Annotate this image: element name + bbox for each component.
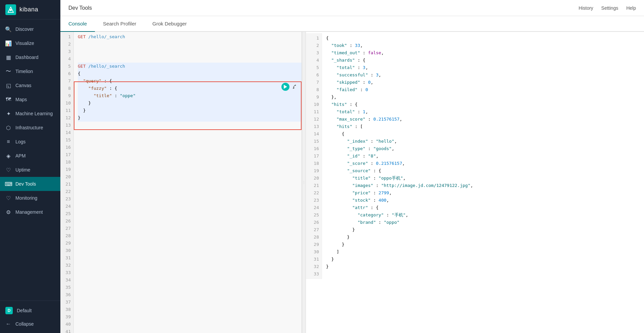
canvas-icon: ◱ bbox=[5, 82, 11, 88]
sidebar-item-dashboard[interactable]: ▦ Dashboard bbox=[0, 50, 60, 64]
editor-line-num-41: 41 bbox=[63, 328, 71, 333]
output-line-num-19: 19 bbox=[309, 167, 319, 175]
sidebar-item-apm[interactable]: ◈ APM bbox=[0, 149, 60, 163]
output-line-24: "attr" : { bbox=[326, 204, 644, 211]
editor-line-33 bbox=[78, 269, 302, 276]
sidebar-item-dev-tools[interactable]: ⌨ Dev Tools bbox=[0, 177, 60, 191]
output-line-26: "brand" : "oppo" bbox=[326, 219, 644, 226]
output-line-num-26: 26 bbox=[309, 219, 319, 226]
editor-line-num-10: 10 bbox=[63, 99, 71, 107]
editor-line-16 bbox=[78, 144, 302, 151]
editor-line-num-30: 30 bbox=[63, 247, 71, 254]
sidebar-item-collapse[interactable]: ← Collapse bbox=[0, 318, 60, 330]
editor-line-5: GET /hello/_search bbox=[78, 63, 302, 70]
output-line-9: }, bbox=[326, 93, 644, 101]
tab-console[interactable]: Console bbox=[60, 16, 95, 32]
output-line-num-30: 30 bbox=[309, 248, 319, 256]
sidebar-item-discover[interactable]: 🔍 Discover bbox=[0, 22, 60, 36]
sidebar-label-maps: Maps bbox=[15, 97, 27, 102]
sidebar-bottom: D Default ← Collapse bbox=[0, 301, 60, 333]
editor-line-num-17: 17 bbox=[63, 151, 71, 158]
kibana-icon bbox=[5, 4, 16, 15]
editor-line-num-39: 39 bbox=[63, 313, 71, 321]
help-button[interactable]: Help bbox=[626, 5, 636, 11]
output-line-num-16: 16 bbox=[309, 145, 319, 152]
discover-icon: 🔍 bbox=[5, 26, 11, 32]
editor-line-num-12: 12 bbox=[63, 114, 71, 122]
output-line-18: "_score" : 0.21576157, bbox=[326, 160, 644, 167]
editor-line-21 bbox=[78, 181, 302, 188]
sidebar-item-default[interactable]: D Default bbox=[0, 304, 60, 318]
output-panel[interactable]: 1234567891011121314151617181920212223242… bbox=[306, 32, 644, 333]
output-line-num-20: 20 bbox=[309, 175, 319, 182]
sidebar-label-logs: Logs bbox=[15, 139, 25, 144]
tab-grok-debugger[interactable]: Grok Debugger bbox=[144, 16, 195, 32]
sidebar-label-discover: Discover bbox=[15, 26, 34, 32]
sidebar-label-machine-learning: Machine Learning bbox=[15, 111, 53, 116]
sidebar-item-visualize[interactable]: 📊 Visualize bbox=[0, 36, 60, 50]
editor-line-29 bbox=[78, 240, 302, 247]
sidebar-item-machine-learning[interactable]: ✦ Machine Learning bbox=[0, 107, 60, 121]
editor-panel[interactable]: 1234567891011121314151617181920212223242… bbox=[60, 32, 302, 333]
sidebar-label-timelion: Timelion bbox=[15, 69, 33, 74]
editor-line-12: } bbox=[78, 114, 302, 122]
editor-scroll[interactable]: 1234567891011121314151617181920212223242… bbox=[60, 32, 302, 333]
output-line-num-3: 3 bbox=[309, 49, 319, 57]
output-line-num-2: 2 bbox=[309, 42, 319, 49]
editor-line-num-31: 31 bbox=[63, 254, 71, 262]
output-line-num-14: 14 bbox=[309, 130, 319, 138]
editor-line-1: GET /hello/_search bbox=[78, 33, 302, 41]
editor-line-4 bbox=[78, 55, 302, 63]
output-line-22: "price" : 2799, bbox=[326, 189, 644, 197]
editor-line-25 bbox=[78, 210, 302, 217]
editor-line-11: } bbox=[78, 107, 302, 114]
editor-line-13 bbox=[78, 122, 302, 129]
run-button[interactable] bbox=[281, 83, 289, 91]
tab-search-profiler[interactable]: Search Profiler bbox=[95, 16, 144, 32]
editor-line-num-38: 38 bbox=[63, 306, 71, 313]
sidebar-nav: 🔍 Discover 📊 Visualize ▦ Dashboard 〜 Tim… bbox=[0, 19, 60, 301]
output-line-30: ] bbox=[326, 248, 644, 256]
output-line-16: "_type" : "goods", bbox=[326, 145, 644, 152]
editor-line-num-32: 32 bbox=[63, 262, 71, 269]
settings-button[interactable]: Settings bbox=[601, 5, 619, 11]
sidebar-label-default: Default bbox=[17, 308, 32, 313]
sidebar-label-visualize: Visualize bbox=[15, 41, 34, 46]
editor-line-40 bbox=[78, 321, 302, 328]
output-line-num-18: 18 bbox=[309, 160, 319, 167]
output-line-32: } bbox=[326, 263, 644, 270]
output-line-27: } bbox=[326, 226, 644, 234]
output-line-21: "images" : "http://image.jd.com/12479122… bbox=[326, 182, 644, 189]
sidebar-item-logs[interactable]: ≡ Logs bbox=[0, 135, 60, 149]
monitoring-icon: ♡ bbox=[5, 195, 11, 201]
output-line-num-6: 6 bbox=[309, 71, 319, 79]
sidebar-item-canvas[interactable]: ◱ Canvas bbox=[0, 78, 60, 92]
code-area[interactable]: GET /hello/_search GET /hello/_search{ "… bbox=[74, 32, 302, 333]
sidebar-item-uptime[interactable]: ♡ Uptime bbox=[0, 163, 60, 177]
editor-line-num-8: 8 bbox=[63, 85, 71, 92]
sidebar-item-monitoring[interactable]: ♡ Monitoring bbox=[0, 191, 60, 205]
editor-line-32 bbox=[78, 262, 302, 269]
editor-line-num-14: 14 bbox=[63, 129, 71, 136]
output-line-14: { bbox=[326, 130, 644, 138]
divider-handle[interactable]: ⋮ bbox=[302, 32, 306, 333]
output-line-num-12: 12 bbox=[309, 116, 319, 123]
sidebar-item-infrastructure[interactable]: ⬡ Infrastructure bbox=[0, 121, 60, 135]
visualize-icon: 📊 bbox=[5, 40, 11, 46]
sidebar-item-management[interactable]: ⚙ Management bbox=[0, 205, 60, 219]
wrench-button[interactable] bbox=[291, 83, 299, 91]
editor-line-num-15: 15 bbox=[63, 136, 71, 144]
sidebar-logo: kibana bbox=[0, 0, 60, 19]
sidebar-item-timelion[interactable]: 〜 Timelion bbox=[0, 64, 60, 78]
history-button[interactable]: History bbox=[579, 5, 593, 11]
editor-line-38 bbox=[78, 306, 302, 313]
output-line-num-29: 29 bbox=[309, 241, 319, 248]
sidebar-item-maps[interactable]: 🗺 Maps bbox=[0, 92, 60, 107]
editor-line-num-36: 36 bbox=[63, 291, 71, 298]
collapse-icon: ← bbox=[5, 321, 11, 327]
http-method: GET bbox=[78, 64, 86, 69]
request-path: /hello/_search bbox=[88, 34, 125, 39]
editor-line-2 bbox=[78, 41, 302, 48]
output-line-12: "max_score" : 0.21576157, bbox=[326, 116, 644, 123]
editor-line-num-9: 9 bbox=[63, 92, 71, 99]
